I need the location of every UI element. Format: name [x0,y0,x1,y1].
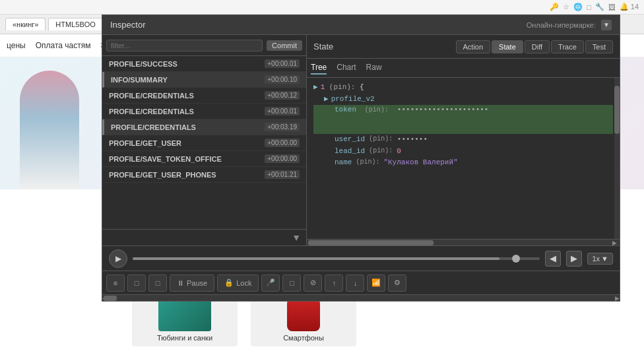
commit-button[interactable]: Commit [267,40,302,51]
state-h-scrollbar-thumb[interactable] [308,240,434,245]
promo-card-smartphones: Смартфоны [251,294,356,346]
browser-chrome-bar: 🔑 ☆ 🌐 □ 🔧 🖼 🔔 14 [0,0,644,15]
action-item-time-6: +00:00.00 [265,154,300,163]
state-panel: State Action State Diff Trace Te [307,35,620,245]
action-item-time-2: +00:00.12 [265,91,300,100]
code-line-1: ▶ profile_v2 [313,94,613,106]
action-btn-upload[interactable]: ↑ [325,274,343,292]
action-btn-grid1[interactable]: ≡ [106,274,125,292]
tab2-label: HTML5BOO [55,20,96,28]
action-item-time-7: +00:01.21 [265,170,300,179]
action-btn-grid3[interactable]: □ [148,274,167,292]
action-btn-mic[interactable]: 🎤 [261,274,280,292]
tab-state[interactable]: State [492,40,523,53]
lock-button[interactable]: 🔒 Lock [217,274,259,292]
pause-label: Pause [187,279,207,287]
hero-person-image [20,71,79,189]
lock-label: Lock [236,279,251,287]
speed-label: 1x [592,255,600,263]
code-arrow-0[interactable]: ▶ [313,82,318,94]
action-item-1[interactable]: INFO/SUMMARY +00:00.10 [102,72,306,88]
pause-button[interactable]: ⏸ Pause [170,274,214,292]
state-vertical-scrollbar[interactable] [614,78,620,239]
view-tab-raw[interactable]: Raw [366,61,382,75]
action-item-7[interactable]: PROFILE/GET_USER_PHONES +00:01.21 [102,167,306,183]
lock-icon: 🔒 [224,278,234,287]
inspector-header: Inspector Онлайн-гипермарке: ▼ [102,15,620,35]
action-item-2[interactable]: PROFILE/CREDENTIALS +00:00.12 [102,88,306,104]
action-btn-cross[interactable]: ⊘ [304,274,322,292]
action-btn-download[interactable]: ↓ [346,274,364,292]
site-title-display: Онлайн-гипермарке: [527,21,596,29]
action-item-name-1: INFO/SUMMARY [111,76,168,84]
state-title: State [313,42,333,51]
view-tabs: Tree Chart Raw [307,59,620,78]
state-horizontal-scrollbar[interactable]: ▶ [307,239,620,245]
browser-tab-1[interactable]: «нкинг» [5,18,46,30]
action-item-time-1: +00:00.10 [265,75,300,84]
speed-selector[interactable]: 1x ▼ [587,253,613,265]
speed-arrow: ▼ [601,255,608,263]
tab-trace[interactable]: Trace [551,40,584,53]
code-line-0: ▶ 1 (pin): { [313,82,613,94]
browser-toolbar-icons: 🔑 ☆ 🌐 □ 🔧 🖼 🔔 14 [550,3,639,11]
promo-label-smartphones: Смартфоны [283,334,324,342]
scroll-down-btn[interactable]: ▼ [289,231,304,244]
action-item-time-3: +00:00.01 [265,107,300,115]
scroll-btn-container: ▼ [102,229,306,245]
state-scrollbar-thumb[interactable] [614,86,620,134]
action-item-4[interactable]: PROFILE/CREDENTIALS +00:03.19 [102,119,306,135]
action-item-0[interactable]: PROFILE/SUCCESS +00:00.01 [102,56,306,72]
inspector-bottom-scroll[interactable]: ◀ ▶ [102,294,620,301]
action-item-6[interactable]: PROFILE/SAVE_TOKEN_OFFICE +00:00.00 [102,151,306,167]
view-tab-tree[interactable]: Tree [311,61,327,75]
inspector-header-right: Онлайн-гипермарке: ▼ [527,20,612,30]
inspector-panel: Inspector Онлайн-гипермарке: ▼ Commit PR… [102,15,620,302]
pause-icon: ⏸ [177,279,184,287]
action-item-time-0: +00:00.01 [265,59,300,68]
view-tab-chart[interactable]: Chart [337,61,356,75]
inspector-title: Inspector [110,20,145,30]
scroll-right-arrow-bottom[interactable]: ▶ [615,295,620,302]
action-item-3[interactable]: PROFILE/CREDENTIALS +00:00.01 [102,104,306,119]
code-line-5: user_id (pin): ••••••• [313,134,613,146]
code-arrow-1[interactable]: ▶ [324,94,329,106]
prev-button[interactable]: ◀ [545,251,561,267]
progress-thumb[interactable] [512,255,520,263]
tab-action[interactable]: Action [456,40,491,53]
state-tabs: Action State Diff Trace Test [456,40,613,53]
action-items-list[interactable]: PROFILE/SUCCESS +00:00.01 INFO/SUMMARY +… [102,56,306,229]
nav-link-payment[interactable]: Оплата частям [36,41,91,50]
nav-link-prices[interactable]: цены [7,41,26,50]
browser-tab-2[interactable]: HTML5BOO [48,18,103,30]
code-line-7: name (pin): "Кулаков Валерий" [313,157,613,169]
progress-bar[interactable] [133,257,540,260]
inspector-dropdown-btn[interactable]: ▼ [601,20,612,30]
action-item-name-3: PROFILE/CREDENTIALS [109,108,194,115]
action-btn-rect[interactable]: □ [282,274,301,292]
action-btn-signal[interactable]: 📶 [367,274,385,292]
bottom-scroll-thumb[interactable] [104,296,117,301]
next-button[interactable]: ▶ [566,251,582,267]
action-item-5[interactable]: PROFILE/GET_USER +00:00.00 [102,135,306,151]
play-button[interactable]: ▶ [109,249,127,268]
filter-bar: Commit [102,35,306,56]
action-item-time-4: +00:03.19 [265,123,300,131]
action-item-time-5: +00:00.00 [265,139,300,147]
promo-card-tubing: Тюбинги и санки [132,294,238,346]
action-btn-settings[interactable]: ⚙ [388,274,406,292]
action-item-name-6: PROFILE/SAVE_TOKEN_OFFICE [109,155,222,163]
tab-diff[interactable]: Diff [525,40,550,53]
code-line-3 [313,114,613,134]
state-header: State Action State Diff Trace Te [307,35,620,59]
filter-input[interactable] [106,40,263,51]
state-content[interactable]: ▶ 1 (pin): { ▶ profile_v2 token (pin): •… [307,78,620,239]
tab-test[interactable]: Test [585,40,613,53]
progress-fill [133,257,499,260]
action-item-name-5: PROFILE/GET_USER [109,139,181,147]
scroll-right-arrow[interactable]: ▶ [612,240,617,245]
action-btn-grid2[interactable]: □ [127,274,146,292]
action-item-name-0: PROFILE/SUCCESS [109,60,177,68]
action-toolbar: ≡ □ □ ⏸ Pause 🔒 Lock 🎤 □ ⊘ ↑ ↓ 📶 ⚙ [102,271,620,294]
tab1-label: «нкинг» [13,20,38,28]
